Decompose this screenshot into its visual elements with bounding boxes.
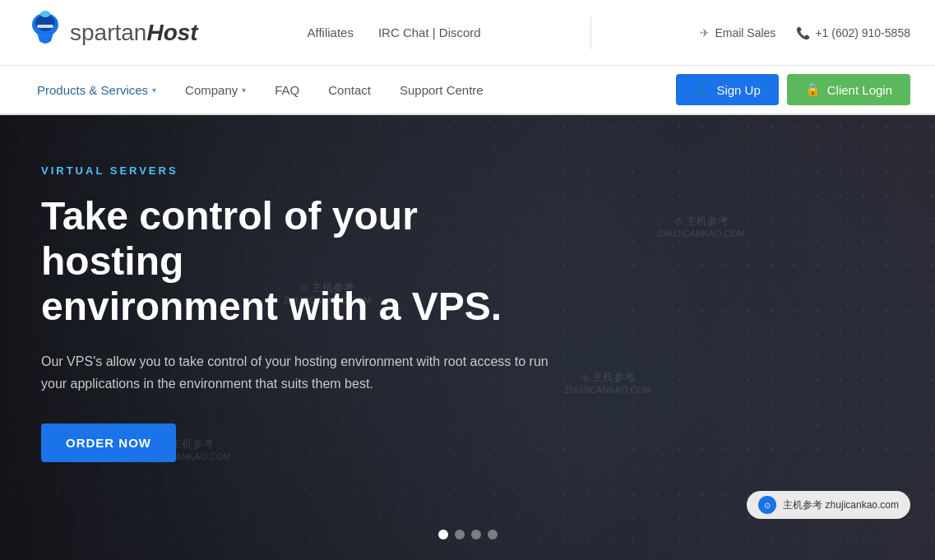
nav-affiliates[interactable]: Affiliates	[308, 25, 354, 39]
nav-links: Products & Services ▾ Company ▾ FAQ Cont…	[25, 76, 676, 104]
email-sales-label: Email Sales	[715, 26, 775, 39]
hero-content: VIRTUAL SERVERS Take control of your hos…	[0, 115, 592, 511]
watermark-text: 主机参考 zhujicankao.com	[783, 498, 899, 512]
order-now-button[interactable]: ORDER NOW	[41, 423, 176, 462]
watermark-badge: ⊙ 主机参考 zhujicankao.com	[747, 491, 910, 519]
top-nav: Affiliates IRC Chat | Discord	[308, 25, 481, 39]
lock-icon: 🔒	[805, 82, 821, 97]
logo[interactable]: spartanHost	[25, 10, 198, 55]
nav-company[interactable]: Company ▾	[173, 76, 258, 104]
nav-support[interactable]: Support Centre	[387, 76, 496, 104]
nav-irc[interactable]: IRC Chat | Discord	[378, 25, 481, 39]
nav-products[interactable]: Products & Services ▾	[25, 76, 169, 104]
company-chevron-icon: ▾	[242, 86, 246, 95]
hero-description: Our VPS's allow you to take control of y…	[41, 350, 551, 395]
top-contact: ✈ Email Sales 📞 +1 (602) 910-5858	[700, 26, 910, 39]
watermark-logo-icon: ⊙	[758, 496, 776, 514]
carousel-dot-1[interactable]	[438, 530, 448, 539]
logo-host: Host	[146, 20, 197, 45]
carousel-dot-4[interactable]	[488, 530, 498, 539]
hero-section: ⊙ 主机参考 ZHUJICANKAO.COM ⊙ 主机参考 ZHUJICANKA…	[0, 115, 935, 560]
svg-point-3	[40, 11, 50, 17]
phone-link[interactable]: 📞 +1 (602) 910-5858	[796, 26, 910, 39]
client-login-button[interactable]: 🔒 Client Login	[787, 74, 910, 105]
products-chevron-icon: ▾	[152, 86, 156, 95]
nav-actions: 👤 Sign Up 🔒 Client Login	[676, 74, 910, 105]
email-icon: ✈	[700, 26, 710, 39]
nav-bar: Products & Services ▾ Company ▾ FAQ Cont…	[0, 66, 935, 115]
phone-number: +1 (602) 910-5858	[815, 26, 910, 39]
signup-button[interactable]: 👤 Sign Up	[676, 74, 778, 105]
hero-subtitle: VIRTUAL SERVERS	[41, 164, 551, 177]
logo-brand: spartan	[70, 20, 146, 45]
email-sales-link[interactable]: ✈ Email Sales	[700, 26, 775, 39]
nav-contact[interactable]: Contact	[316, 76, 383, 104]
logo-icon	[25, 10, 66, 55]
phone-icon: 📞	[796, 26, 810, 39]
top-divider	[590, 16, 591, 49]
carousel-dot-2[interactable]	[455, 530, 465, 539]
svg-rect-2	[37, 25, 53, 28]
logo-text-area: spartanHost	[70, 20, 198, 46]
watermark-center-3: ⊙ 主机参考 ZHUJICANKAO.COM	[658, 214, 745, 238]
nav-faq[interactable]: FAQ	[262, 76, 312, 104]
carousel-dots	[438, 530, 498, 539]
hero-title: Take control of your hosting environment…	[41, 193, 551, 330]
top-bar: spartanHost Affiliates IRC Chat | Discor…	[0, 0, 935, 66]
signup-user-icon: 👤	[694, 82, 710, 97]
carousel-dot-3[interactable]	[471, 530, 481, 539]
